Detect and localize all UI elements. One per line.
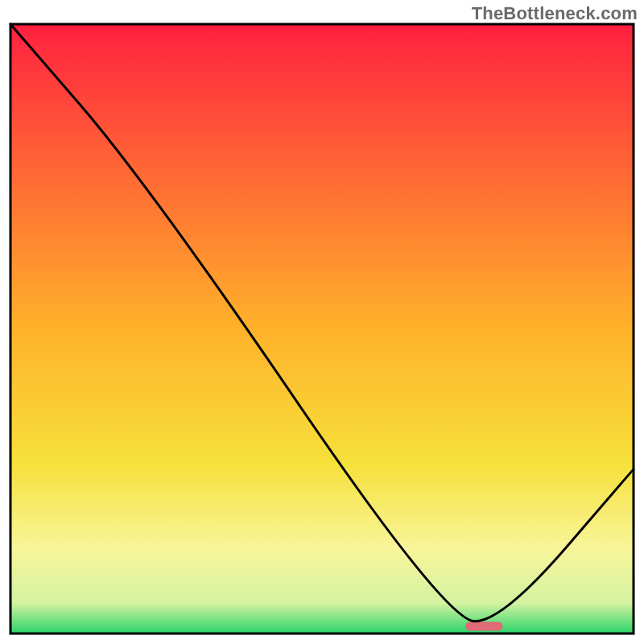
optimal-marker bbox=[465, 621, 502, 630]
gradient-background bbox=[10, 24, 634, 634]
bottleneck-chart bbox=[0, 0, 644, 644]
watermark-text: TheBottleneck.com bbox=[472, 3, 638, 24]
chart-container: TheBottleneck.com bbox=[0, 0, 644, 644]
